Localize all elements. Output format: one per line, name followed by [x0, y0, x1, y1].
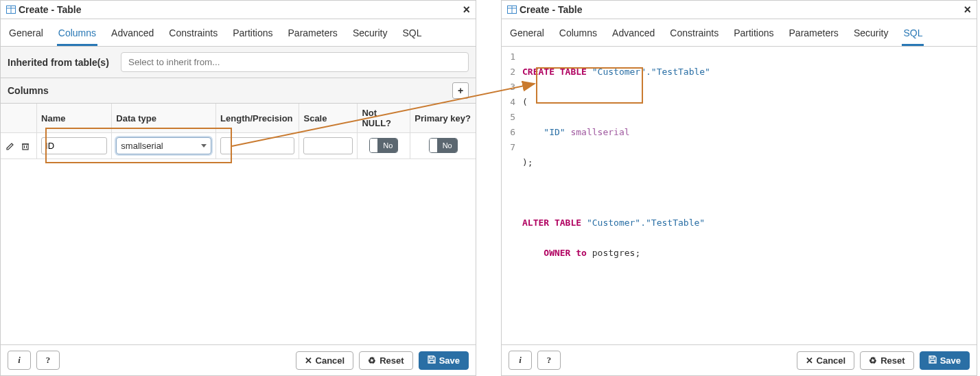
dialog-header: Create - Table ×	[502, 1, 977, 19]
tab-sql[interactable]: SQL	[902, 25, 924, 46]
tab-constraints[interactable]: Constraints	[167, 25, 219, 46]
delete-icon[interactable]	[20, 141, 31, 152]
cancel-button[interactable]: ✕Cancel	[296, 351, 354, 370]
col-header-pk: Primary key?	[410, 104, 476, 133]
tab-security[interactable]: Security	[351, 25, 389, 46]
primary-key-toggle[interactable]: No	[429, 138, 458, 153]
dialog-title: Create - Table	[19, 4, 82, 15]
col-header-name: Name	[37, 104, 112, 133]
dialog-footer: i ? ✕Cancel ♻Reset Save	[1, 344, 476, 375]
table-row: smallserial No	[1, 133, 476, 159]
reset-button[interactable]: ♻Reset	[860, 351, 913, 370]
col-header-actions	[1, 104, 37, 133]
recycle-icon: ♻	[869, 355, 877, 366]
tab-advanced[interactable]: Advanced	[611, 25, 656, 46]
dialog-body: 1 2 3 4 5 6 7 CREATE TABLE "Customer"."T…	[502, 47, 977, 344]
close-icon[interactable]: ×	[964, 3, 971, 16]
column-datatype-value: smallserial	[121, 141, 163, 151]
tab-columns[interactable]: Columns	[57, 25, 97, 46]
recycle-icon: ♻	[368, 355, 376, 366]
column-length-input[interactable]	[220, 137, 294, 154]
dialog-create-table-sql: Create - Table × General Columns Advance…	[501, 0, 977, 376]
col-header-datatype: Data type	[112, 104, 216, 133]
tab-partitions[interactable]: Partitions	[231, 25, 274, 46]
column-name-input[interactable]	[41, 137, 107, 154]
svg-rect-3	[23, 144, 28, 150]
tab-columns[interactable]: Columns	[558, 25, 598, 46]
not-null-toggle[interactable]: No	[369, 138, 398, 153]
tab-advanced[interactable]: Advanced	[110, 25, 155, 46]
inherit-input[interactable]	[121, 52, 469, 72]
reset-button[interactable]: ♻Reset	[359, 351, 412, 370]
sql-editor[interactable]: 1 2 3 4 5 6 7 CREATE TABLE "Customer"."T…	[502, 47, 977, 344]
tab-constraints[interactable]: Constraints	[668, 25, 720, 46]
col-header-scale: Scale	[299, 104, 358, 133]
column-datatype-select[interactable]: smallserial	[116, 137, 211, 154]
info-button[interactable]: i	[8, 351, 31, 370]
column-scale-input[interactable]	[303, 137, 353, 154]
chevron-down-icon	[201, 144, 207, 148]
table-icon	[507, 5, 517, 14]
dialog-header: Create - Table ×	[1, 1, 476, 19]
tab-security[interactable]: Security	[852, 25, 890, 46]
inherit-row: Inherited from table(s)	[1, 47, 476, 78]
save-button[interactable]: Save	[419, 351, 469, 370]
close-icon: ✕	[305, 355, 312, 366]
sql-gutter: 1 2 3 4 5 6 7	[502, 47, 520, 344]
tab-sql[interactable]: SQL	[401, 25, 423, 46]
tab-parameters[interactable]: Parameters	[287, 25, 339, 46]
tab-general[interactable]: General	[509, 25, 546, 46]
info-button[interactable]: i	[509, 351, 532, 370]
toggle-knob	[430, 139, 438, 152]
toggle-knob	[370, 139, 378, 152]
dialog-body: Inherited from table(s) Columns + Name D…	[1, 47, 476, 344]
toggle-label: No	[378, 139, 397, 152]
dialog-create-table-columns: Create - Table × General Columns Advance…	[0, 0, 476, 376]
inherit-label: Inherited from table(s)	[8, 57, 121, 68]
col-header-length: Length/Precision	[216, 104, 299, 133]
dialog-title: Create - Table	[520, 4, 583, 15]
toggle-label: No	[438, 139, 457, 152]
cancel-button[interactable]: ✕Cancel	[797, 351, 855, 370]
tab-parameters[interactable]: Parameters	[788, 25, 840, 46]
dialog-footer: i ? ✕Cancel ♻Reset Save	[502, 344, 977, 375]
sql-code: CREATE TABLE "Customer"."TestTable" ( "I…	[520, 47, 977, 344]
close-icon: ✕	[806, 355, 813, 366]
table-icon	[6, 5, 16, 14]
columns-section-header: Columns +	[1, 78, 476, 104]
add-column-button[interactable]: +	[452, 82, 469, 99]
help-button[interactable]: ?	[36, 351, 60, 370]
tab-general[interactable]: General	[8, 25, 45, 46]
tabbar: General Columns Advanced Constraints Par…	[1, 19, 476, 47]
save-button[interactable]: Save	[920, 351, 970, 370]
tab-partitions[interactable]: Partitions	[732, 25, 775, 46]
save-icon	[929, 355, 937, 366]
tabbar: General Columns Advanced Constraints Par…	[502, 19, 977, 47]
close-icon[interactable]: ×	[463, 3, 470, 16]
edit-icon[interactable]	[5, 141, 16, 152]
columns-grid: Name Data type Length/Precision Scale No…	[1, 104, 476, 159]
col-header-notnull: Not NULL?	[358, 104, 410, 133]
columns-section-title: Columns	[8, 85, 49, 96]
save-icon	[428, 355, 436, 366]
help-button[interactable]: ?	[537, 351, 561, 370]
